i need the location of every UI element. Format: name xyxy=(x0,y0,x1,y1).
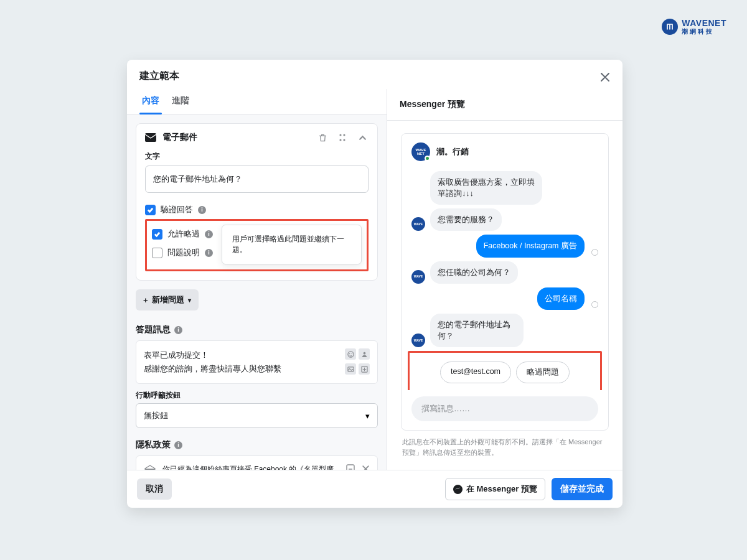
privacy-notice: 你已經為這個粉絲專頁接受 Facebook 的《名單型廣告條款》。 查看使用條款 xyxy=(136,455,378,470)
envelope-icon xyxy=(145,133,156,142)
image-button[interactable] xyxy=(345,363,356,375)
grip-icon xyxy=(338,133,347,142)
cta-select[interactable]: 無按鈕 ▾ xyxy=(136,403,378,428)
left-pane: 內容 進階 電子郵件 xyxy=(127,89,387,470)
user-a2-bubble: 公司名稱 xyxy=(537,287,585,310)
quick-reply-email[interactable]: test@test.com xyxy=(440,362,511,383)
image-icon xyxy=(347,366,354,373)
bot-intro-bubble: 索取廣告優惠方案，立即填單諮詢↓↓↓ xyxy=(430,171,542,205)
bot-q2-bubble: 您任職的公司為何？ xyxy=(430,261,518,284)
bot-q3-bubble: 您的電子郵件地址為何？ xyxy=(430,314,524,347)
close-icon xyxy=(362,465,370,470)
answer-message-card[interactable]: 表單已成功提交！ 感謝您的諮詢，將盡快請專人與您聯繫 xyxy=(136,340,378,384)
right-pane: Messenger 預覽 WAVENET 潮。行銷 索取廣告優惠方案，立即填單諮… xyxy=(387,89,622,470)
cta-label: 行動呼籲按鈕 xyxy=(136,390,378,401)
answer-section-text: 答題訊息 xyxy=(136,324,171,335)
privacy-section-label: 隱私政策 i xyxy=(136,439,378,450)
sent-icon xyxy=(591,249,598,256)
info-icon[interactable]: i xyxy=(174,326,182,334)
page-name: 潮。行銷 xyxy=(436,146,469,157)
note-button[interactable] xyxy=(345,464,355,470)
modal-title: 建立範本 xyxy=(139,70,610,83)
caret-down-icon: ▾ xyxy=(188,297,191,304)
wavenet-logo-mark xyxy=(662,19,678,35)
info-icon[interactable]: i xyxy=(174,441,182,449)
messenger-icon xyxy=(453,485,463,494)
bank-icon xyxy=(144,464,156,470)
bot-q1-bubble: 您需要的服務？ xyxy=(430,208,502,231)
note-icon xyxy=(345,464,355,470)
privacy-text: 你已經為這個粉絲專頁接受 Facebook 的《名單型廣告條款》。 xyxy=(162,465,334,470)
tabs: 內容 進階 xyxy=(127,89,387,114)
preview-title: Messenger 預覽 xyxy=(387,89,622,121)
close-icon xyxy=(601,73,609,82)
messenger-preview: WAVENET 潮。行銷 索取廣告優惠方案，立即填單諮詢↓↓↓ WAVE 您需要… xyxy=(401,133,609,431)
verify-label: 驗證回答 xyxy=(161,204,193,215)
person-icon xyxy=(361,351,368,358)
card-title: 電子郵件 xyxy=(162,132,310,143)
page-avatar-small: WAVE xyxy=(411,217,425,231)
info-icon[interactable]: i xyxy=(205,230,213,238)
text-label: 文字 xyxy=(145,151,369,162)
page-avatar: WAVENET xyxy=(411,142,430,161)
trash-icon xyxy=(318,133,327,142)
privacy-label-text: 隱私政策 xyxy=(136,439,171,450)
sent-icon xyxy=(591,301,598,308)
user-a1-bubble: Facebook / Instagram 廣告 xyxy=(476,235,585,257)
page-avatar-small: WAVE xyxy=(411,334,425,347)
svg-point-7 xyxy=(351,353,352,353)
page-avatar-small: WAVE xyxy=(411,270,425,284)
answer-line-1: 表單已成功提交！ xyxy=(144,348,339,362)
skip-label: 允許略過 xyxy=(167,228,200,240)
checkbox-unchecked-icon xyxy=(152,248,162,258)
preview-in-messenger-button[interactable]: 在 Messenger 預覽 xyxy=(445,478,545,500)
preview-button-label: 在 Messenger 預覽 xyxy=(466,483,537,495)
dismiss-button[interactable] xyxy=(362,464,370,470)
plus-icon: + xyxy=(143,296,148,305)
modal-header: 建立範本 xyxy=(127,60,622,89)
svg-point-8 xyxy=(363,352,365,354)
answer-section-label: 答題訊息 i xyxy=(136,324,378,335)
quick-reply-skip[interactable]: 略過問題 xyxy=(516,362,570,383)
answer-card-actions xyxy=(345,348,370,376)
allow-skip-checkbox[interactable]: 允許略過 i xyxy=(152,225,214,243)
emoji-icon xyxy=(347,351,354,358)
preview-footnote: 此訊息在不同裝置上的外觀可能有所不同。請選擇「在 Messenger 預覽」將訊… xyxy=(401,437,609,457)
delete-button[interactable] xyxy=(316,131,329,144)
compose-input[interactable]: 撰寫訊息…… xyxy=(411,396,598,421)
skip-tooltip: 用戶可選擇略過此問題並繼續下一題。 xyxy=(222,225,362,264)
tab-advanced[interactable]: 進階 xyxy=(166,89,195,114)
question-text-input[interactable]: 您的電子郵件地址為何？ xyxy=(145,166,369,193)
svg-point-4 xyxy=(343,139,345,141)
create-template-modal: 建立範本 內容 進階 電子郵件 xyxy=(127,60,622,508)
chevron-up-icon xyxy=(359,134,367,142)
info-icon[interactable]: i xyxy=(205,249,213,257)
cancel-button[interactable]: 取消 xyxy=(137,478,172,500)
plus-square-icon xyxy=(361,366,368,373)
verify-answer-checkbox[interactable]: 驗證回答 i xyxy=(145,200,369,219)
emoji-button[interactable] xyxy=(345,348,356,360)
add-question-label: 新增問題 xyxy=(152,294,184,306)
svg-point-5 xyxy=(347,351,353,357)
add-question-button[interactable]: + 新增問題 ▾ xyxy=(136,289,199,310)
info-icon[interactable]: i xyxy=(198,206,206,214)
close-button[interactable] xyxy=(596,68,614,86)
answer-line-2: 感謝您的諮詢，將盡快請專人與您聯繫 xyxy=(144,362,339,376)
checkbox-checked-icon xyxy=(145,205,156,215)
add-button[interactable] xyxy=(359,363,370,375)
cta-value: 無按鈕 xyxy=(144,410,168,421)
drag-handle[interactable] xyxy=(336,131,349,144)
person-button[interactable] xyxy=(359,348,370,360)
tab-content[interactable]: 內容 xyxy=(136,89,166,114)
svg-point-2 xyxy=(343,134,345,136)
collapse-button[interactable] xyxy=(356,131,369,144)
svg-point-1 xyxy=(339,134,341,136)
email-question-card: 電子郵件 文字 您的電子郵件地址為何？ 驗證回答 i xyxy=(136,123,378,281)
question-desc-checkbox[interactable]: 問題說明 i xyxy=(152,243,214,262)
annotation-highlight-allow-skip: 允許略過 i 問題說明 i 用戶可選擇略過此問題並繼續下一 xyxy=(145,219,369,271)
svg-point-6 xyxy=(349,353,349,353)
wavenet-logo: WAVENET 潮網科技 xyxy=(662,19,726,35)
checkbox-checked-icon xyxy=(152,229,162,240)
save-and-finish-button[interactable]: 儲存並完成 xyxy=(552,478,613,500)
logo-subtitle: 潮網科技 xyxy=(682,29,726,35)
